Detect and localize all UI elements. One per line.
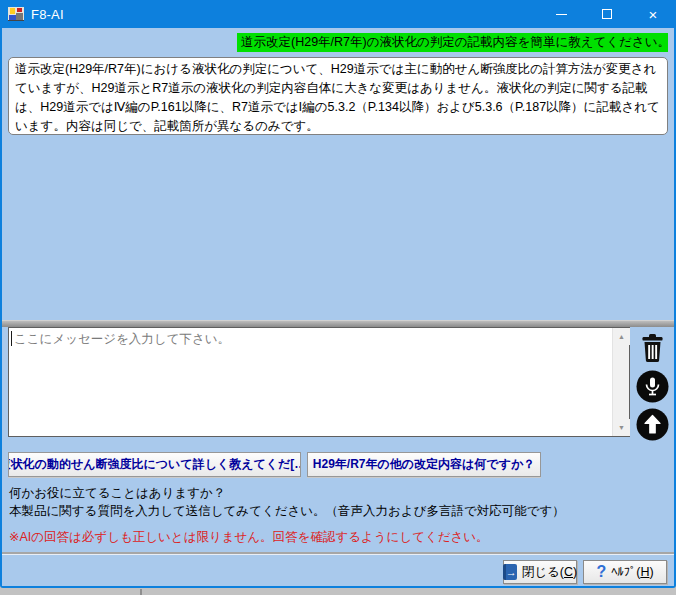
status-line-2: 本製品に関する質問を入力して送信してみてください。（音声入力および多言語で対応可… bbox=[9, 503, 565, 520]
trash-icon bbox=[636, 352, 669, 367]
desktop-artifact bbox=[140, 589, 142, 595]
scroll-up-icon[interactable]: ▲ bbox=[613, 328, 630, 345]
user-query-bubble: 道示改定(H29年/R7年)の液状化の判定の記載内容を簡単に教えてください。 bbox=[237, 33, 668, 52]
suggestion-button-2[interactable]: H29年/R7年の他の改定内容は何ですか？ bbox=[307, 452, 541, 477]
help-button-label: ﾍﾙﾌﾟ(H) bbox=[611, 565, 653, 579]
message-placeholder: ここにメッセージを入力して下さい。 bbox=[14, 331, 230, 348]
footer-divider bbox=[2, 552, 674, 554]
send-button[interactable] bbox=[636, 408, 669, 441]
scroll-down-icon[interactable]: ▼ bbox=[613, 419, 630, 436]
window-controls: × bbox=[538, 0, 676, 28]
question-mark-icon: ? bbox=[596, 564, 606, 580]
status-line-1: 何かお役に立てることはありますか？ bbox=[9, 485, 225, 502]
message-input[interactable]: ここにメッセージを入力して下さい。 ▲ ▼ bbox=[8, 327, 630, 437]
titlebar[interactable]: F8-AI × bbox=[0, 0, 676, 28]
splitter-handle[interactable] bbox=[2, 320, 674, 327]
close-button[interactable]: → 閉じる(C) bbox=[503, 560, 577, 584]
clear-chat-button[interactable] bbox=[636, 331, 669, 364]
app-icon bbox=[8, 6, 24, 22]
ai-response-bubble: 道示改定(H29年/R7年)における液状化の判定について、H29道示では主に動的… bbox=[8, 57, 668, 135]
close-window-button[interactable]: × bbox=[630, 0, 676, 28]
help-button[interactable]: ? ﾍﾙﾌﾟ(H) bbox=[583, 560, 667, 584]
chat-panel: 道示改定(H29年/R7年)の液状化の判定の記載内容を簡単に教えてください。 道… bbox=[2, 28, 674, 586]
exit-arrow-icon: → bbox=[503, 564, 517, 580]
send-up-arrow-icon bbox=[636, 429, 669, 444]
window-title: F8-AI bbox=[31, 7, 64, 22]
voice-input-button[interactable] bbox=[636, 370, 669, 403]
text-caret bbox=[11, 331, 12, 346]
close-button-label: 閉じる(C) bbox=[522, 564, 577, 581]
maximize-button[interactable] bbox=[584, 0, 630, 28]
ai-disclaimer: ※AIの回答は必ずしも正しいとは限りません。回答を確認するようにしてください。 bbox=[9, 529, 489, 546]
suggestion-button-1[interactable]: 液状化の動的せん断強度比について詳しく教えてくだ[…] bbox=[8, 452, 301, 477]
close-icon: × bbox=[649, 7, 658, 22]
minimize-button[interactable] bbox=[538, 0, 584, 28]
desktop-background bbox=[0, 588, 676, 595]
microphone-icon bbox=[636, 391, 669, 406]
input-scrollbar[interactable]: ▲ ▼ bbox=[612, 328, 629, 436]
minimize-icon bbox=[556, 14, 567, 15]
maximize-icon bbox=[602, 9, 612, 19]
app-window: F8-AI × 道示改定(H29年/R7年)の液状化の判定の記載内容を簡単に教え… bbox=[0, 0, 676, 588]
